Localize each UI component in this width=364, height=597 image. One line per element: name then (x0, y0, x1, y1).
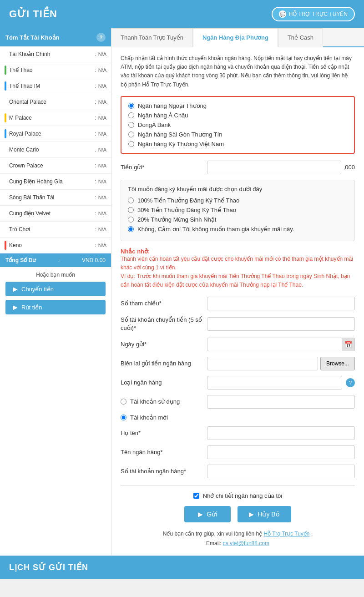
bank-option: Ngân hàng Á Châu (128, 112, 347, 119)
tien-gui-input[interactable] (207, 161, 341, 174)
account-indicator (5, 145, 6, 154)
browse-button[interactable]: Browse... (320, 357, 355, 370)
remember-checkbox[interactable] (193, 493, 199, 499)
arrow-icon: ▶ (13, 285, 18, 293)
sidebar-help-button[interactable]: ? (96, 33, 106, 42)
bank-type-wrap: Internet Banking Ngoài Mạng ? (207, 376, 355, 390)
account-name: Keno (9, 242, 93, 248)
sidebar-account-item: Royal Palace : N/A (0, 126, 111, 142)
tai-khoan-moi-label: Tài khoản mới (130, 414, 168, 421)
tab-thanh-toan[interactable]: Thanh Toán Trực Tuyến (111, 28, 193, 47)
tien-gui-input-wrap: ,000 (207, 161, 355, 174)
tai-khoan-su-dung-input[interactable] (207, 395, 355, 409)
tai-khoan-su-dung-radio[interactable] (121, 399, 126, 405)
bank-option: Ngân hàng Ngoại Thương (128, 102, 347, 109)
promo-radio[interactable] (128, 207, 134, 213)
bank-option: Ngân hàng Sài Gòn Thương Tín (128, 131, 347, 138)
help-circle-icon[interactable]: ? (346, 378, 355, 387)
chat-icon (279, 10, 286, 18)
so-tk-ngan-hang-input[interactable] (207, 465, 355, 478)
tab-the-cash[interactable]: Thẻ Cash (278, 28, 323, 47)
divider (121, 485, 355, 486)
chuyen-tien-button[interactable]: ▶ Chuyển tiền (5, 282, 106, 296)
account-name: Sòng Bài Thần Tài (9, 194, 93, 201)
support-button[interactable]: HỖ TRỢ TRỰC TUYẾN (272, 7, 355, 21)
rut-tien-button[interactable]: ▶ Rút tiền (5, 300, 106, 314)
promo-radio[interactable] (128, 217, 134, 223)
bank-selection-box: Ngân hàng Ngoại Thương Ngân hàng Á Châu … (121, 96, 355, 154)
bank-radio[interactable] (128, 141, 134, 147)
page-header: GỬI TIỀN HỖ TRỢ TRỰC TUYẾN (0, 0, 364, 28)
account-name: Cung Điện Hoàng Gia (9, 178, 93, 185)
cancel-button[interactable]: ▶ Hủy Bỏ (238, 506, 291, 522)
account-colon: : (95, 67, 96, 73)
tai-khoan-su-dung-row: Tài khoản sử dụng (121, 395, 355, 409)
email-link[interactable]: cs.viet@fun88.com (223, 540, 269, 546)
bien-lai-label: Biên lai gửi tiền ngân hàng (121, 360, 207, 367)
support-link[interactable]: Hỗ Trợ Trực Tuyến (264, 531, 310, 537)
loai-ngan-hang-label: Loại ngân hàng (121, 379, 207, 386)
tai-khoan-moi-row: Tài khoản mới (121, 414, 355, 421)
bank-radio[interactable] (128, 112, 134, 118)
so-tai-khoan-input[interactable] (207, 317, 355, 331)
promo-radio[interactable] (128, 226, 134, 232)
sidebar-account-item: Thể Thao IM : N/A (0, 78, 111, 94)
promo-radio[interactable] (128, 197, 134, 203)
account-name: Tài Khoản Chính (9, 51, 93, 57)
sidebar-account-item: M Palace : N/A (0, 110, 111, 126)
ngay-gui-row: Ngày gửi* 2015-01-22 📅 (121, 338, 355, 351)
so-tai-khoan-row: Số tài khoản chuyển tiền (5 số cuối)* (121, 316, 355, 332)
promo-option: Không, Cảm ơn! Tôi không muốn tham gia k… (128, 226, 348, 233)
account-indicator (5, 225, 6, 234)
calendar-button[interactable]: 📅 (342, 338, 355, 351)
account-value: N/A (98, 243, 106, 248)
loai-ngan-hang-input[interactable]: Internet Banking Ngoài Mạng (207, 376, 342, 390)
sidebar-account-item: Tài Khoản Chính : N/A (0, 46, 111, 62)
account-colon: : (95, 162, 96, 169)
tab-ngan-hang[interactable]: Ngân Hàng Địa Phương (193, 28, 278, 47)
account-colon: : (95, 131, 96, 137)
note-label: Nhắc nhở: (121, 248, 150, 255)
account-value: N/A (98, 179, 106, 184)
account-colon: : (95, 51, 96, 57)
tabs-bar: Thanh Toán Trực Tuyến Ngân Hàng Địa Phươ… (111, 28, 364, 47)
account-colon: . (95, 147, 96, 153)
sidebar-account-item: Monte Carlo . N/A (0, 142, 111, 158)
account-indicator (5, 193, 6, 202)
ho-ten-input[interactable] (207, 426, 355, 440)
support-label: HỖ TRỢ TRỰC TUYẾN (289, 11, 348, 17)
bien-lai-input[interactable] (207, 357, 318, 370)
account-colon: : (95, 194, 96, 201)
bank-label: Ngân hàng Sài Gòn Thương Tín (138, 131, 222, 138)
remember-label: Nhớ chi tiết ngân hàng của tôi (203, 492, 282, 499)
help-bottom: Nếu bạn cần trợ giúp, xin vui lòng liên … (121, 529, 355, 549)
bank-options-container: Ngân hàng Ngoại Thương Ngân hàng Á Châu … (128, 102, 347, 147)
bank-radio[interactable] (128, 122, 134, 128)
cancel-label: Hủy Bỏ (258, 511, 279, 518)
account-name: Thể Thao IM (9, 83, 93, 89)
bank-radio[interactable] (128, 132, 134, 137)
ho-ten-label: Họ tên* (121, 430, 207, 436)
submit-row: ▶ Gửi ▶ Hủy Bỏ (121, 506, 355, 522)
remember-row: Nhớ chi tiết ngân hàng của tôi (121, 492, 355, 499)
bank-radio[interactable] (128, 103, 134, 109)
promo-label: Không, Cảm ơn! Tôi không muốn tham gia k… (137, 226, 294, 233)
rut-tien-label: Rút tiền (21, 304, 42, 311)
tien-gui-row: Tiền gửi* ,000 (121, 161, 355, 174)
tai-khoan-moi-radio[interactable] (121, 415, 126, 420)
account-indicator (5, 50, 6, 59)
main-layout: Tóm Tắt Tài Khoản ? Tài Khoản Chính : N/… (0, 28, 364, 556)
so-tai-khoan-label: Số tài khoản chuyển tiền (5 số cuối)* (121, 316, 207, 332)
submit-button[interactable]: ▶ Gửi (184, 506, 231, 522)
account-indicator (5, 241, 6, 250)
account-indicator (5, 209, 6, 218)
account-indicator (5, 177, 6, 186)
ten-ngan-hang-input[interactable]: Ngân hàng Á Châu (207, 445, 355, 459)
ngay-gui-input[interactable]: 2015-01-22 (207, 338, 342, 351)
account-value: N/A (98, 83, 106, 89)
account-value: N/A (98, 51, 106, 57)
sidebar-total: Tổng Số Dư : VND 0.00 (0, 253, 111, 267)
so-tham-chieu-input[interactable] (207, 297, 355, 310)
account-colon: : (95, 242, 96, 248)
actions-label: Hoặc bạn muốn (5, 272, 106, 278)
